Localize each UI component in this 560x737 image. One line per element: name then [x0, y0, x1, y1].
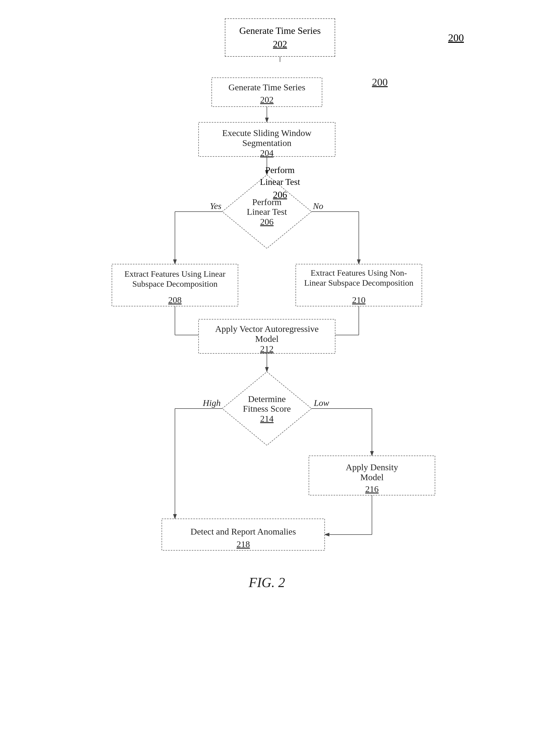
node-212-line2: Model — [255, 334, 279, 344]
node-208-line1: Extract Features Using Linear — [125, 269, 226, 279]
node-206-line2: Linear Test — [247, 207, 287, 217]
node-208-num: 208 — [168, 295, 182, 305]
node-218-num: 218 — [237, 539, 250, 549]
label-no: No — [313, 201, 323, 211]
node-206-text: PerformLinear Test 206 — [257, 162, 303, 204]
node-210-line2: Linear Subspace Decomposition — [304, 278, 413, 288]
node-216-line1: Apply Density — [346, 462, 398, 472]
diagram-label: 200 — [448, 32, 464, 44]
node-208-line2: Subspace Decomposition — [132, 279, 217, 289]
node-214-num: 214 — [260, 414, 274, 423]
node-214-line1: Determine — [248, 394, 286, 404]
label-200: 200 — [372, 76, 388, 88]
node-218-line1: Detect and Report Anomalies — [190, 527, 296, 536]
node-212-num: 212 — [260, 344, 274, 354]
node-212-line1: Apply Vector Autoregressive — [215, 324, 319, 334]
node-202-num: 202 — [260, 95, 274, 105]
label-low: Low — [314, 398, 329, 408]
node-206-num: 206 — [260, 189, 300, 201]
node-214-line2: Fitness Score — [243, 404, 291, 413]
node-210-num: 210 — [352, 295, 366, 305]
label-high: High — [203, 398, 221, 408]
node-206-num: 206 — [260, 217, 274, 227]
node-202-text: Generate Time Series — [239, 25, 321, 36]
fig-label: FIG. 2 — [248, 575, 285, 590]
node-216-num: 216 — [365, 484, 379, 494]
node-204-line1: Execute Sliding Window — [222, 128, 312, 138]
label-yes: Yes — [210, 201, 221, 211]
node-210-line1: Extract Features Using Non- — [310, 268, 407, 278]
node-202: Generate Time Series 202 — [225, 18, 335, 57]
node-202-line1: Generate Time Series — [229, 82, 305, 92]
node-204-line2: Segmentation — [242, 138, 292, 148]
node-216-line2: Model — [360, 472, 384, 482]
node-204-num: 204 — [260, 148, 274, 158]
node-202-num: 202 — [233, 38, 327, 50]
